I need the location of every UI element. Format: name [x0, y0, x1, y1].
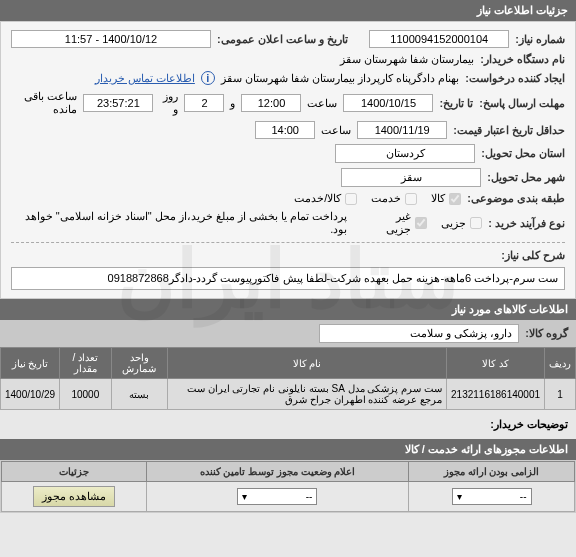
requester-value: بهنام دادگرپناه کارپرداز بیمارستان شفا ش…: [221, 72, 459, 85]
perm-th-req: الزامی بودن ارائه مجوز: [409, 462, 575, 482]
reqnum-value: 1100094152000104: [369, 30, 509, 48]
city-label: شهر محل تحویل:: [487, 171, 565, 184]
cell-date: 1400/10/29: [1, 379, 60, 410]
and-label: و: [230, 97, 235, 110]
cell-idx: 1: [545, 379, 576, 410]
perm-row: -- ▾ -- ▾ مشاهده مجوز: [2, 482, 575, 512]
info-icon: i: [201, 71, 215, 85]
th-code: کد کالا: [447, 348, 545, 379]
perm-cell-req: -- ▾: [409, 482, 575, 512]
cb-jozi[interactable]: جزیی: [441, 217, 482, 230]
th-name: نام کالا: [168, 348, 447, 379]
cell-qty: 10000: [60, 379, 111, 410]
until-label: تا تاریخ:: [439, 97, 473, 110]
cb-mixed[interactable]: کالا/خدمت: [294, 192, 357, 205]
panel-title: جزئیات اطلاعات نیاز: [477, 4, 568, 16]
pubdate-value: 1400/10/12 - 11:57: [11, 30, 211, 48]
cell-unit: بسته: [111, 379, 168, 410]
items-table: ردیف کد کالا نام کالا واحد شمارش تعداد /…: [0, 347, 576, 410]
view-permit-button[interactable]: مشاهده مجوز: [33, 486, 115, 507]
group-value: دارو، پزشکی و سلامت: [319, 324, 519, 343]
perm-th-details: جزئیات: [2, 462, 147, 482]
desc-title-label: شرح کلی نیاز:: [501, 249, 565, 262]
th-unit: واحد شمارش: [111, 348, 168, 379]
day-label: روز و: [159, 90, 178, 116]
day-count: 2: [184, 94, 224, 112]
perm-th-status: اعلام وضعیت مجوز توسط تامین کننده: [146, 462, 408, 482]
contact-link[interactable]: اطلاعات تماس خریدار: [95, 72, 195, 85]
pubdate-label: تاریخ و ساعت اعلان عمومی:: [217, 33, 348, 46]
th-idx: ردیف: [545, 348, 576, 379]
chevron-down-icon: ▾: [457, 491, 462, 502]
perm-table: الزامی بودن ارائه مجوز اعلام وضعیت مجوز …: [1, 461, 575, 512]
price-valid-label: حداقل تاریخ اعتبار قیمت:: [453, 124, 565, 137]
city-value: سقز: [341, 168, 481, 187]
remaining-label: ساعت باقی مانده: [11, 90, 77, 116]
th-date: تاریخ نیاز: [1, 348, 60, 379]
reqnum-label: شماره نیاز:: [515, 33, 565, 46]
province-value: کردستان: [335, 144, 475, 163]
perm-panel: الزامی بودن ارائه مجوز اعلام وضعیت مجوز …: [0, 460, 576, 513]
price-valid-date: 1400/11/19: [357, 121, 447, 139]
cell-code: 2132116186140001: [447, 379, 545, 410]
perm-header: اطلاعات مجوزهای ارائه خدمت / کالا: [405, 443, 568, 455]
table-row: 1 2132116186140001 ست سرم پزشکی مدل SA ب…: [1, 379, 576, 410]
process-label: نوع فرآیند خرید :: [488, 217, 565, 230]
buyer-note-label: توضیحات خریدار:: [0, 410, 576, 439]
items-header: اطلاعات کالاهای مورد نیاز: [452, 303, 568, 315]
time-label-2: ساعت: [321, 124, 351, 137]
perm-req-dropdown[interactable]: -- ▾: [452, 488, 532, 505]
province-label: استان محل تحویل:: [481, 147, 565, 160]
perm-cell-status: -- ▾: [146, 482, 408, 512]
price-valid-time: 14:00: [255, 121, 315, 139]
items-header-bar: اطلاعات کالاهای مورد نیاز: [0, 299, 576, 320]
cell-name: ست سرم پزشکی مدل SA بسته نایلونی نام تجا…: [168, 379, 447, 410]
panel-header-details: جزئیات اطلاعات نیاز: [0, 0, 576, 21]
buyer-value: بیمارستان شفا شهرستان سقز: [340, 53, 474, 66]
cb-nonjozi[interactable]: غیر جزیی: [369, 210, 427, 236]
chevron-down-icon: ▾: [242, 491, 247, 502]
desc-text: ست سرم-پرداخت 6ماهه-هزینه حمل بعهده شرکت…: [11, 267, 565, 290]
time-label-1: ساعت: [307, 97, 337, 110]
items-table-head: ردیف کد کالا نام کالا واحد شمارش تعداد /…: [1, 348, 576, 379]
reply-deadline-label: مهلت ارسال پاسخ:: [479, 97, 565, 110]
buyer-label: نام دستگاه خریدار:: [480, 53, 565, 66]
info-panel: شماره نیاز: 1100094152000104 تاریخ و ساع…: [0, 21, 576, 299]
cb-kala[interactable]: کالا: [431, 192, 461, 205]
deadline-time: 12:00: [241, 94, 301, 112]
requester-label: ایجاد کننده درخواست:: [465, 72, 565, 85]
process-note: پرداخت تمام یا بخشی از مبلغ خرید،از محل …: [11, 210, 347, 236]
group-label: گروه کالا:: [525, 327, 568, 340]
perm-cell-btn: مشاهده مجوز: [2, 482, 147, 512]
remaining-time: 23:57:21: [83, 94, 153, 112]
perm-status-dropdown[interactable]: -- ▾: [237, 488, 317, 505]
group-row: گروه کالا: دارو، پزشکی و سلامت: [0, 320, 576, 347]
deadline-date: 1400/10/15: [343, 94, 433, 112]
th-qty: تعداد / مقدار: [60, 348, 111, 379]
category-label: طبقه بندی موضوعی:: [467, 192, 565, 205]
perm-header-bar: اطلاعات مجوزهای ارائه خدمت / کالا: [0, 439, 576, 460]
cb-khadamat[interactable]: خدمت: [371, 192, 417, 205]
